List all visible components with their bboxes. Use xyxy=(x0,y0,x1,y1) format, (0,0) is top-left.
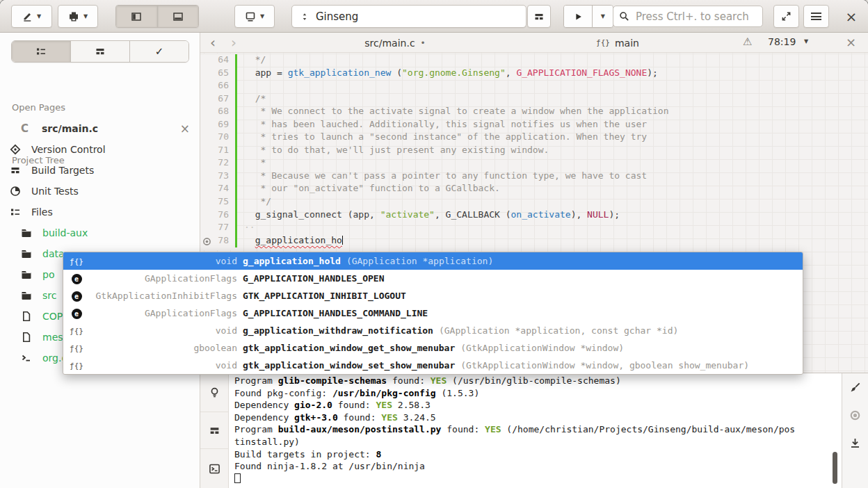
completion-name: gtk_application_window_get_show_menubar xyxy=(243,343,455,353)
panel-tab-build[interactable] xyxy=(200,412,228,449)
build-output[interactable]: Program glib-compile-schemas found: YES … xyxy=(229,375,833,488)
display-icon xyxy=(245,11,256,22)
line-number: 74 xyxy=(200,183,235,196)
run-button[interactable] xyxy=(564,6,592,27)
close-page-icon[interactable]: × xyxy=(180,122,190,136)
code-line-78[interactable]: g_application_ho xyxy=(244,235,868,248)
tree-item-label: data xyxy=(42,248,65,259)
edit-menu-button[interactable]: ▼ xyxy=(11,5,52,28)
chevron-down-icon: ▼ xyxy=(601,14,605,19)
code-line-65[interactable]: app = gtk_application_new ("org.gnome.Gi… xyxy=(244,67,868,81)
run-options-button[interactable]: ▼ xyxy=(592,6,613,27)
code-line-66[interactable] xyxy=(244,80,868,93)
code-line-71[interactable]: * to do that, we'll just present any exi… xyxy=(244,145,868,158)
tab-pages[interactable] xyxy=(12,41,70,62)
symbol-breadcrumb[interactable]: ƒ{} main xyxy=(562,33,673,53)
panel-tab-terminal[interactable] xyxy=(200,449,228,488)
tree-item-files[interactable]: Files xyxy=(0,202,200,222)
file-icon xyxy=(21,332,32,343)
code-line-67[interactable]: /* xyxy=(244,93,868,106)
tree-item-build-aux[interactable]: build-aux xyxy=(0,222,200,243)
code-line-76[interactable]: g_signal_connect (app, "activate", G_CAL… xyxy=(244,209,868,222)
completion-item-g_application_handles_open[interactable]: eGApplicationFlagsG_APPLICATION_HANDLES_… xyxy=(63,270,803,287)
code-line-77[interactable]: ·· xyxy=(244,222,868,235)
function-icon: ƒ{} xyxy=(67,343,86,353)
line-number: 73 xyxy=(200,170,235,184)
nav-forward-icon[interactable]: › xyxy=(231,33,236,51)
utility-download-button[interactable] xyxy=(842,429,868,457)
return-type: gboolean xyxy=(86,343,237,353)
code-line-69[interactable]: * has been lauched. Additionally, this s… xyxy=(244,119,868,132)
breadcrumb-filename: src/main.c xyxy=(364,38,415,49)
modified-indicator: • xyxy=(421,38,426,48)
symbol-name: main xyxy=(615,38,639,49)
open-pages-label: Open Pages xyxy=(12,102,65,113)
chevron-down-icon: ▼ xyxy=(37,14,41,19)
file-icon xyxy=(21,311,32,322)
nav-back-icon[interactable]: ‹ xyxy=(210,33,216,51)
completion-item-g_application_withdraw_notification[interactable]: ƒ{}voidg_application_withdraw_notificati… xyxy=(63,322,803,339)
completion-item-g_application_handles_command_line[interactable]: eGApplicationFlagsG_APPLICATION_HANDLES_… xyxy=(63,304,803,322)
code-line-70[interactable]: * tries to launch a "second instance" of… xyxy=(244,131,868,145)
file-breadcrumb[interactable]: src/main.c • xyxy=(339,33,451,53)
search-input[interactable] xyxy=(634,10,757,24)
output-line: Program glib-compile-schemas found: YES … xyxy=(234,375,833,387)
check-icon: ✓ xyxy=(155,45,164,58)
fullscreen-button[interactable] xyxy=(773,5,799,28)
open-page-filename: src/main.c xyxy=(42,123,98,134)
code-line-64[interactable]: */ xyxy=(244,54,868,67)
utility-broom-button[interactable] xyxy=(842,373,868,401)
bulb-icon xyxy=(209,387,220,398)
code-line-72[interactable]: * xyxy=(244,157,868,170)
completion-name: GTK_APPLICATION_INHIBIT_LOGOUT xyxy=(243,291,406,301)
toggle-bottom-panel-button[interactable] xyxy=(157,6,198,27)
diagnostic-marker-icon xyxy=(202,237,211,246)
build-status-button[interactable] xyxy=(527,5,551,28)
completion-item-gtk_application_window_set_show_menubar[interactable]: ƒ{}voidgtk_application_window_set_show_m… xyxy=(63,357,803,374)
output-scrollbar[interactable] xyxy=(833,452,837,484)
utility-icon-strip xyxy=(842,373,868,488)
tree-item-version-control[interactable]: Version Control xyxy=(0,139,200,160)
enum-icon: e xyxy=(67,273,86,284)
omnibar-project-button[interactable]: Ginseng xyxy=(291,5,527,28)
tree-item-build-targets[interactable]: Build Targets xyxy=(0,160,200,181)
completion-params: (GtkApplicationWindow *window, gboolean … xyxy=(460,360,749,371)
editor-options-icon[interactable]: ▼ xyxy=(804,39,808,44)
build-blocks-icon xyxy=(533,11,545,22)
tab-build-targets[interactable] xyxy=(70,41,129,62)
tree-item-label: build-aux xyxy=(42,227,88,238)
panel-toggles xyxy=(115,5,199,28)
bottom-panel: Program glib-compile-schemas found: YES … xyxy=(200,373,868,488)
completion-params: (GApplication *application) xyxy=(346,256,493,266)
cursor-position: 78:19 xyxy=(768,36,796,47)
menu-button[interactable] xyxy=(803,5,829,28)
tree-item-label: src xyxy=(42,290,56,301)
completion-item-g_application_hold[interactable]: ƒ{}voidg_application_hold(GApplication *… xyxy=(63,252,803,270)
window-close-button[interactable]: × xyxy=(839,5,864,28)
completion-item-gtk_application_window_get_show_menubar[interactable]: ƒ{}gbooleangtk_application_window_get_sh… xyxy=(63,339,803,357)
return-type: GtkApplicationInhibitFlags xyxy=(86,291,237,301)
tree-item-unit-tests[interactable]: Unit Tests xyxy=(0,181,200,202)
code-line-68[interactable]: * We connect to the activate signal to c… xyxy=(244,106,868,119)
code-line-73[interactable]: * Because we can't pass a pointer to any… xyxy=(244,170,868,184)
open-page-src-main-c[interactable]: C src/main.c × xyxy=(0,117,200,140)
completion-item-gtk_application_inhibit_logout[interactable]: eGtkApplicationInhibitFlagsGTK_APPLICATI… xyxy=(63,287,803,304)
editor-close-icon[interactable]: × xyxy=(846,35,856,49)
line-number: 66 xyxy=(200,80,235,93)
panel-tab-bulb[interactable] xyxy=(200,373,228,412)
output-line: Program build-aux/meson/postinstall.py f… xyxy=(234,423,833,436)
code-line-75[interactable]: */ xyxy=(244,196,868,209)
tab-todo[interactable]: ✓ xyxy=(129,41,188,62)
terminal-cursor xyxy=(234,473,241,483)
utility-record-button[interactable] xyxy=(842,401,868,429)
tree-item-label: Unit Tests xyxy=(31,186,79,197)
completion-name: gtk_application_window_set_show_menubar xyxy=(243,360,455,371)
device-menu-button[interactable]: ▼ xyxy=(58,5,98,28)
code-line-74[interactable]: * our "on_activate" function to a GCallb… xyxy=(244,183,868,196)
function-icon: ƒ{} xyxy=(67,256,86,266)
function-icon: ƒ{} xyxy=(67,360,86,371)
toggle-left-panel-button[interactable] xyxy=(116,6,157,27)
chevron-down-icon: ▼ xyxy=(83,14,88,19)
display-menu-button[interactable]: ▼ xyxy=(234,5,275,28)
diagnostics-warning-icon[interactable]: ⚠ xyxy=(743,35,752,48)
